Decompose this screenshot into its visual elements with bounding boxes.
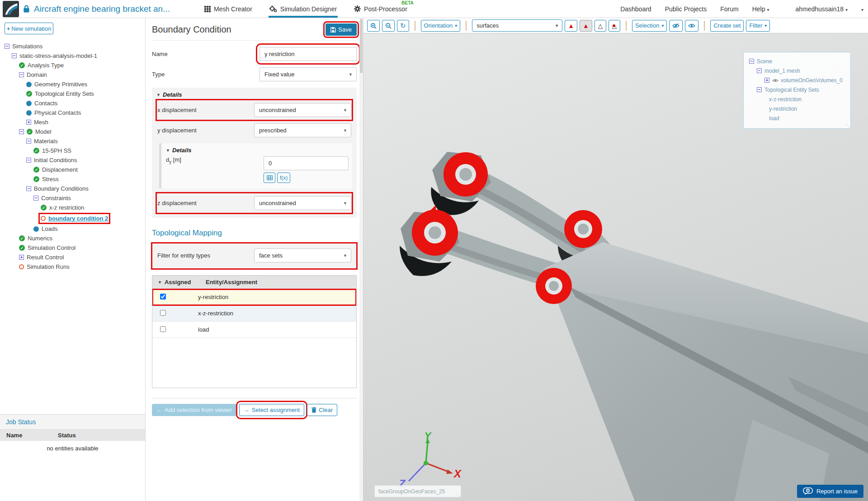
tree-item-result-control[interactable]: +Result Control	[2, 253, 143, 262]
table-row-xz-restriction[interactable]: x-z-restriction	[152, 305, 356, 322]
zoom-out-button[interactable]	[382, 20, 395, 32]
cone-solid-button[interactable]: ▲	[565, 20, 577, 32]
z-displacement-select[interactable]: unconstrained▼	[254, 196, 351, 210]
cone-outline-button[interactable]: △	[594, 20, 606, 32]
formula-button[interactable]: f(x)	[277, 173, 290, 183]
show-button[interactable]	[685, 20, 698, 32]
user-menu[interactable]: ahmedhussain18 ▾	[795, 5, 848, 13]
tab-post-processor[interactable]: BETA Post-Processor	[353, 0, 408, 18]
table-input-button[interactable]	[264, 173, 275, 183]
select-assignment-button[interactable]: →Select assignment	[239, 404, 304, 416]
collapse-icon[interactable]: −	[12, 53, 17, 58]
tree-item-loads[interactable]: Loads	[2, 224, 143, 234]
tree-item-analysis-type[interactable]: ✓Analysis Type	[2, 61, 143, 70]
report-issue-button[interactable]: Report an issue	[797, 485, 863, 498]
viewer-canvas[interactable]: −Scene −model_1 mesh +volumeOnGeoVolumes…	[363, 33, 868, 501]
y-displacement-select[interactable]: prescribed▼	[254, 123, 351, 137]
tree-item-domain[interactable]: −Domain	[2, 70, 143, 80]
tree-item-materials[interactable]: −Materials	[2, 136, 143, 146]
filter-dropdown[interactable]: Filter▾	[746, 20, 770, 32]
cone-tip-button[interactable]: △	[609, 20, 620, 32]
tree-item-constraints[interactable]: −Constraints	[2, 193, 143, 203]
tree-item-simulation-runs[interactable]: Simulation Runs	[2, 262, 143, 272]
resize-handle-icon[interactable]: ⋰	[455, 492, 460, 497]
scene-node-volume[interactable]: +volumeOnGeoVolumes_0	[747, 75, 847, 85]
scene-node-xz-restriction[interactable]: x-z-restriction	[747, 94, 847, 104]
tree-item-mesh[interactable]: +Mesh	[2, 117, 143, 127]
tree-item-stress[interactable]: ✓Stress	[2, 174, 143, 184]
name-input[interactable]	[259, 47, 357, 61]
tree-item-geometry-primitives[interactable]: Geometry Primitives	[2, 80, 143, 89]
tree-item-topological-entity-sets[interactable]: ✓Topological Entity Sets	[2, 89, 143, 98]
assigned-checkbox[interactable]	[160, 310, 166, 316]
collapse-icon[interactable]: −	[757, 68, 762, 73]
face-group-label-box[interactable]: faceGroupOnGeoFaces_25 ⋰	[374, 485, 461, 497]
project-title[interactable]: Aircraft engine bearing bracket an...	[34, 4, 170, 14]
collapse-icon[interactable]: −	[19, 72, 24, 77]
details-header[interactable]: ▼Details	[156, 91, 352, 98]
new-simulation-button[interactable]: +New simulation	[5, 23, 53, 34]
tree-item-physical-contacts[interactable]: Physical Contacts	[2, 108, 143, 117]
collapse-icon[interactable]: −	[26, 139, 31, 144]
eye-icon[interactable]	[772, 78, 778, 83]
tree-item-material-15-5ph[interactable]: ✓15-5PH SS	[2, 146, 143, 155]
assigned-checkbox[interactable]	[160, 294, 166, 300]
collapse-icon[interactable]: −	[33, 196, 38, 201]
selection-dropdown[interactable]: Selection▾	[632, 20, 667, 32]
entity-type-select[interactable]: face sets▼	[254, 248, 351, 262]
y-details-header[interactable]: ▼Details	[166, 147, 349, 154]
dy-input[interactable]	[264, 156, 349, 170]
table-row-y-restriction[interactable]: y-restriction	[152, 289, 356, 305]
scene-node-root[interactable]: −Scene	[747, 56, 847, 66]
panel-scrollbar[interactable]	[359, 18, 363, 501]
tree-item-boundary-condition-2[interactable]: boundary condition 2	[2, 212, 143, 224]
save-button[interactable]: Save	[326, 23, 357, 36]
tree-item-displacement[interactable]: ✓Displacement	[2, 165, 143, 174]
collapse-icon[interactable]: −	[26, 158, 31, 163]
expand-icon[interactable]: +	[764, 78, 769, 83]
sort-caret-icon[interactable]: ▼	[158, 280, 162, 285]
x-displacement-select[interactable]: unconstrained▼	[254, 103, 351, 117]
tree-item-contacts[interactable]: Contacts	[2, 98, 143, 108]
nav-dashboard[interactable]: Dashboard	[620, 5, 651, 13]
scene-node-topo-sets[interactable]: −Topological Entity Sets	[747, 85, 847, 94]
nav-help[interactable]: Help ▾	[752, 5, 769, 13]
tree-item-initial-conditions[interactable]: −Initial Conditions	[2, 155, 143, 165]
nav-public-projects[interactable]: Public Projects	[665, 5, 707, 13]
tree-item-simulation-model[interactable]: −static-stress-analysis-model-1	[2, 51, 143, 61]
cone-half-button[interactable]: ▲	[580, 20, 592, 32]
tree-item-simulation-control[interactable]: ✓Simulation Control	[2, 243, 143, 253]
tree-item-model[interactable]: −✓Model	[2, 127, 143, 136]
tree-item-simulations[interactable]: −Simulations	[2, 42, 143, 51]
table-row-load[interactable]: load	[152, 322, 356, 338]
display-mode-select[interactable]: surfaces▼	[472, 19, 562, 32]
orientation-dropdown[interactable]: Orientation▾	[421, 20, 461, 32]
zoom-in-button[interactable]	[367, 20, 380, 32]
create-set-button[interactable]: Create set	[710, 20, 744, 32]
clear-button[interactable]: Clear	[307, 404, 337, 416]
assigned-checkbox[interactable]	[160, 326, 166, 332]
tree-item-boundary-conditions[interactable]: −Boundary Conditions	[2, 184, 143, 193]
scrollbar-thumb[interactable]	[360, 19, 363, 73]
nav-forum[interactable]: Forum	[720, 5, 738, 13]
collapse-icon[interactable]: −	[749, 59, 754, 64]
tab-simulation-designer[interactable]: Simulation Designer	[269, 0, 338, 18]
collapse-icon[interactable]: −	[19, 129, 24, 134]
collapse-icon[interactable]: −	[5, 44, 9, 49]
scene-node-y-restriction[interactable]: y-restriction	[747, 104, 847, 113]
scene-tree-overlay[interactable]: −Scene −model_1 mesh +volumeOnGeoVolumes…	[743, 52, 851, 129]
collapse-icon[interactable]: −	[26, 186, 31, 191]
expand-icon[interactable]: +	[26, 120, 31, 125]
scene-node-mesh[interactable]: −model_1 mesh	[747, 66, 847, 75]
tab-mesh-creator[interactable]: Mesh Creator	[203, 0, 253, 18]
tree-item-numerics[interactable]: ✓Numerics	[2, 234, 143, 243]
collapse-icon[interactable]: −	[757, 87, 762, 92]
tree-item-xz-restriction[interactable]: ✓x-z restriction	[2, 203, 143, 212]
expand-icon[interactable]: +	[19, 255, 24, 260]
scene-node-load[interactable]: load	[747, 113, 847, 123]
resize-handle-icon[interactable]: ⋰	[845, 123, 849, 128]
type-select[interactable]: Fixed value▼	[259, 67, 357, 81]
hide-button[interactable]	[669, 20, 683, 32]
refresh-button[interactable]: ↻	[397, 20, 409, 32]
extra-menu[interactable]: ▾	[861, 5, 863, 13]
